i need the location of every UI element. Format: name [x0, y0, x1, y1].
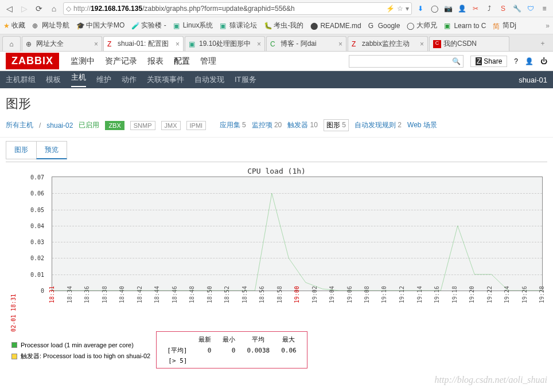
tool-icon-3[interactable]: ⤴ — [484, 3, 494, 14]
hostname-label: shuai-01 — [519, 76, 547, 84]
subnav-maintenance[interactable]: 维护 — [96, 75, 111, 85]
badge-jmx: JMX — [161, 121, 181, 130]
subnav-correlation[interactable]: 关联项事件 — [147, 75, 184, 85]
link-triggers[interactable]: 触发器 10 — [287, 120, 318, 130]
menu-caret-icon[interactable]: ▾ — [406, 5, 409, 13]
subnav-templates[interactable]: 模板 — [46, 75, 61, 85]
home-button[interactable]: ⌂ — [48, 3, 60, 14]
power-icon[interactable]: ⏻ — [540, 57, 547, 65]
new-tab-button[interactable]: + — [536, 36, 550, 51]
csdn-icon: C — [433, 40, 441, 48]
download-icon[interactable]: ⬇ — [415, 3, 426, 14]
nav-configuration[interactable]: 配置 — [174, 56, 190, 66]
subnav-itservices[interactable]: IT服务 — [235, 75, 256, 85]
bookmark-item[interactable]: ★收藏 — [3, 21, 25, 30]
close-icon[interactable]: × — [176, 40, 180, 48]
tool-icon-1[interactable]: ◯ — [429, 3, 439, 14]
fav-icon: ▣ — [173, 22, 181, 30]
zabbix-logo[interactable]: ZABBIX — [6, 53, 59, 69]
subnav-actions[interactable]: 动作 — [122, 75, 137, 85]
tool-icon-5[interactable]: 🔧 — [512, 3, 522, 14]
bookmark-item[interactable]: 🐛考虫-我的 — [264, 21, 303, 30]
crumb-host[interactable]: shuai-02 — [46, 121, 73, 130]
fav-icon: 简 — [493, 22, 501, 30]
chart-plot: 00.010.020.030.040.050.060.0718:3118:341… — [46, 177, 543, 308]
flash-icon[interactable]: ⚡ — [386, 5, 395, 13]
subnav-hostgroups[interactable]: 主机群组 — [6, 75, 36, 85]
help-icon[interactable]: ? — [514, 57, 518, 65]
chart-title: CPU load (1h) — [6, 163, 547, 177]
breadcrumb: 所有主机 / shuai-02 已启用 ZBX SNMP JMX IPMI 应用… — [0, 117, 553, 138]
close-icon[interactable]: × — [94, 40, 98, 48]
menu-icon[interactable]: ≡ — [539, 3, 550, 14]
browser-tab[interactable]: Zshuai-01: 配置图× — [103, 36, 184, 51]
share-button[interactable]: ZShare — [470, 56, 507, 67]
link-discovery[interactable]: 自动发现规则 2 — [355, 120, 402, 130]
nav-monitoring[interactable]: 监测中 — [71, 56, 95, 66]
bookmark-item[interactable]: GGoogle — [368, 22, 400, 30]
close-icon[interactable]: × — [257, 40, 261, 48]
subtab-graph[interactable]: 图形 — [6, 141, 37, 159]
bookmark-item[interactable]: ⊕网址导航 — [32, 21, 69, 30]
bookmarks-overflow[interactable]: » — [546, 22, 550, 30]
subnav-hosts[interactable]: 主机 — [71, 72, 86, 87]
stats-table: 最新最小平均最大 [平均]000.00380.06 [> 5] — [156, 331, 307, 369]
close-icon[interactable]: × — [338, 40, 342, 48]
link-graphs[interactable]: 图形 5 — [324, 119, 349, 131]
x-start-date: 02-01 18:31 — [10, 294, 17, 332]
zabbix-icon: Z — [107, 40, 115, 48]
forward-button[interactable]: ▷ — [18, 3, 30, 14]
fav-icon: 🎓 — [76, 22, 84, 30]
reload-button[interactable]: ⟳ — [33, 3, 45, 14]
bookmark-item[interactable]: ▣Learn to C — [444, 22, 486, 30]
tool-icon-4[interactable]: S — [498, 3, 508, 14]
nav-reports[interactable]: 报表 — [147, 56, 163, 66]
browser-tab[interactable]: C博客 - 阿dai× — [266, 36, 346, 51]
url-prefix: http:// — [73, 5, 91, 13]
bookmark-item[interactable]: 🎓中国大学MO — [76, 21, 124, 30]
search-box[interactable]: 🔍 — [349, 55, 464, 68]
link-web[interactable]: Web 场景 — [407, 120, 437, 130]
github-icon: ◯ — [407, 22, 415, 30]
address-bar[interactable]: ◇ http:// 192.168.176.135 /zabbix/graphs… — [63, 2, 412, 15]
search-input[interactable] — [352, 57, 452, 65]
fav-icon: C — [270, 40, 278, 48]
subtab-preview[interactable]: 预览 — [36, 141, 67, 159]
legend-series: Processor load (1 min average per core) — [11, 342, 150, 348]
main-nav: 监测中 资产记录 报表 配置 管理 — [71, 56, 216, 66]
globe-icon: ⊕ — [32, 22, 40, 30]
camera-icon[interactable]: 📷 — [443, 3, 453, 14]
page-title: 图形 — [0, 88, 553, 117]
legend-swatch-icon — [11, 354, 17, 359]
home-tab[interactable]: ⌂ — [2, 36, 21, 51]
crumb-all-hosts[interactable]: 所有主机 — [6, 120, 33, 130]
bookmark-item[interactable]: ▣Linux系统 — [173, 21, 213, 30]
search-icon[interactable]: 🔍 — [452, 57, 461, 65]
bookmark-item[interactable]: 简简Dj — [493, 21, 516, 30]
close-icon[interactable]: × — [420, 40, 424, 48]
back-button[interactable]: ◁ — [3, 3, 15, 14]
scissors-icon[interactable]: ✂ — [470, 3, 481, 14]
bookmark-item[interactable]: ▣猿课论坛 — [220, 21, 257, 30]
fav-icon: ▣ — [189, 40, 197, 48]
browser-tab[interactable]: C我的CSDN — [429, 36, 509, 51]
star-icon[interactable]: ☆ — [397, 5, 403, 13]
tool-icon-2[interactable]: 👤 — [457, 3, 467, 14]
nav-inventory[interactable]: 资产记录 — [105, 56, 137, 66]
fav-icon: 🧪 — [131, 22, 139, 30]
shield-tool-icon[interactable]: 🛡 — [525, 3, 536, 14]
user-icon[interactable]: 👤 — [525, 57, 533, 65]
fav-icon: ⊕ — [26, 40, 34, 48]
nav-admin[interactable]: 管理 — [200, 56, 216, 66]
subnav-discovery[interactable]: 自动发现 — [194, 75, 224, 85]
link-items[interactable]: 监控项 20 — [252, 120, 282, 130]
bookmark-item[interactable]: 🧪实验楼 - — [131, 21, 166, 30]
link-applications[interactable]: 应用集 5 — [220, 120, 246, 130]
bookmark-item[interactable]: ◯大师兄 — [407, 21, 437, 30]
browser-tab[interactable]: ⊕网址大全× — [22, 36, 102, 51]
bookmark-item[interactable]: ⬤README.md — [310, 22, 361, 30]
browser-tab[interactable]: ▣19.10处理图形中× — [185, 36, 265, 51]
browser-tab[interactable]: Zzabbix监控主动× — [348, 36, 428, 51]
watermark: http://blog.csdn.net/aoli_shuai — [435, 375, 547, 385]
google-icon: G — [368, 22, 376, 30]
